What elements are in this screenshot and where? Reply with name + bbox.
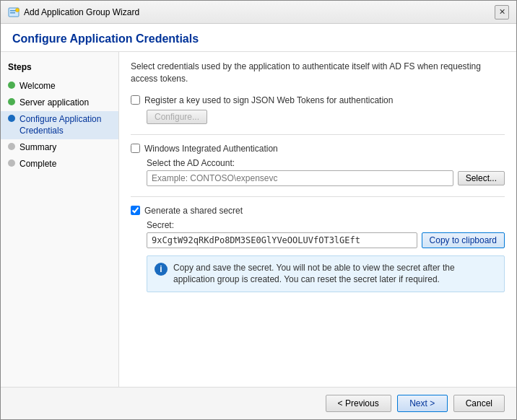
register-key-label[interactable]: Register a key used to sign JSON Web Tok…	[144, 95, 393, 105]
secret-input[interactable]	[147, 232, 417, 248]
description-text: Select credentials used by the applicati…	[131, 61, 505, 85]
sidebar-label-complete: Complete	[19, 158, 56, 170]
title-bar-left: Add Application Group Wizard	[8, 6, 139, 18]
wizard-icon	[8, 6, 19, 18]
window-title: Add Application Group Wizard	[24, 7, 139, 17]
secret-input-row: Copy to clipboard	[147, 232, 505, 248]
generate-secret-label[interactable]: Generate a shared secret	[144, 206, 243, 216]
copy-to-clipboard-button[interactable]: Copy to clipboard	[422, 232, 505, 248]
configure-button[interactable]: Configure...	[147, 110, 207, 124]
footer: < Previous Next > Cancel	[1, 387, 516, 419]
info-icon: i	[155, 263, 168, 276]
secret-container: Secret: Copy to clipboard i Copy and sav…	[147, 220, 505, 293]
register-key-section: Register a key used to sign JSON Web Tok…	[131, 95, 505, 124]
windows-auth-checkbox[interactable]	[131, 144, 140, 153]
sidebar-item-configure-credentials[interactable]: Configure Application Credentials	[1, 111, 118, 140]
dot-icon-configure	[8, 115, 15, 122]
divider-2	[131, 196, 505, 197]
generate-secret-checkbox[interactable]	[131, 206, 140, 215]
cancel-button[interactable]: Cancel	[453, 395, 505, 412]
content-area: Steps Welcome Server application Configu…	[1, 52, 516, 387]
svg-point-3	[16, 8, 19, 12]
windows-auth-row: Windows Integrated Authentication	[131, 144, 505, 154]
page-title: Configure Application Credentials	[12, 32, 505, 45]
sidebar-item-summary[interactable]: Summary	[1, 139, 118, 156]
ad-account-input[interactable]	[147, 170, 453, 186]
ad-account-input-row: Select...	[147, 170, 505, 186]
sidebar: Steps Welcome Server application Configu…	[1, 52, 119, 387]
info-text: Copy and save the secret. You will not b…	[173, 262, 497, 286]
register-key-checkbox[interactable]	[131, 95, 140, 105]
sidebar-label-summary: Summary	[19, 141, 56, 154]
sidebar-heading: Steps	[1, 59, 118, 78]
sidebar-label-configure: Configure Application Credentials	[19, 113, 111, 138]
dot-icon-server	[8, 98, 15, 105]
dot-icon-complete	[8, 159, 15, 167]
secret-label: Secret:	[147, 220, 505, 230]
divider-1	[131, 134, 505, 135]
windows-auth-section: Windows Integrated Authentication Select…	[131, 144, 505, 186]
sidebar-item-welcome[interactable]: Welcome	[1, 78, 118, 95]
previous-button[interactable]: < Previous	[326, 395, 391, 412]
sidebar-item-server-application[interactable]: Server application	[1, 95, 118, 111]
wizard-window: Add Application Group Wizard ✕ Configure…	[0, 0, 517, 420]
select-button[interactable]: Select...	[458, 171, 505, 185]
windows-auth-label[interactable]: Windows Integrated Authentication	[144, 144, 278, 154]
register-key-row: Register a key used to sign JSON Web Tok…	[131, 95, 505, 105]
main-content: Select credentials used by the applicati…	[119, 52, 516, 387]
svg-rect-2	[10, 12, 15, 14]
ad-account-container: Select the AD Account: Select...	[147, 158, 505, 186]
dot-icon-welcome	[8, 82, 15, 89]
next-button[interactable]: Next >	[397, 395, 448, 412]
close-button[interactable]: ✕	[495, 5, 509, 19]
ad-account-label: Select the AD Account:	[147, 158, 505, 168]
sidebar-item-complete[interactable]: Complete	[1, 156, 118, 172]
configure-btn-container: Configure...	[147, 110, 505, 124]
dot-icon-summary	[8, 143, 15, 150]
generate-secret-row: Generate a shared secret	[131, 206, 505, 216]
info-box: i Copy and save the secret. You will not…	[147, 255, 505, 293]
sidebar-label-welcome: Welcome	[19, 80, 56, 92]
page-header: Configure Application Credentials	[1, 24, 516, 52]
title-bar: Add Application Group Wizard ✕	[1, 1, 516, 24]
sidebar-label-server: Server application	[19, 97, 89, 109]
generate-secret-section: Generate a shared secret Secret: Copy to…	[131, 206, 505, 293]
